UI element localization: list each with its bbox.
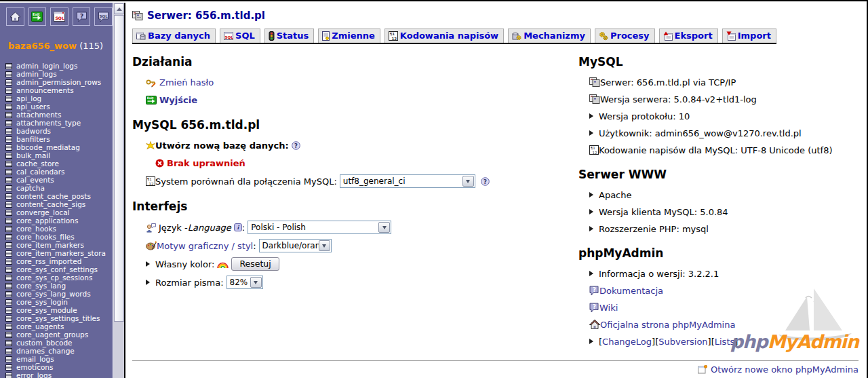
help-icon[interactable]: ? [481,177,490,186]
table-icon [5,316,12,322]
rainbow-icon[interactable] [217,260,229,268]
tab-bazy-danych[interactable]: Bazy danych [132,29,216,43]
sidebar-table-item[interactable]: core_item_markers_stora [5,249,113,257]
tab-sql[interactable]: SQL SQL [220,29,260,43]
sql-icon: SQL [224,31,233,41]
info-icon[interactable]: i [234,223,242,231]
sidebar-scrollbar[interactable] [113,3,124,378]
theme-select[interactable]: Darkblue/orange [259,239,332,252]
database-name[interactable]: baza656_wow (115) [8,41,113,51]
tab-import[interactable]: Import [722,29,776,43]
scrollbar-thumb[interactable] [114,15,124,322]
new-window-link[interactable]: Otwórz nowe okno phpMyAdmina [711,364,859,375]
sidebar-table-item[interactable]: core_sys_lang [5,282,113,290]
sidebar-table-item[interactable]: bulk_mail [5,151,113,159]
help-button[interactable]: ? [73,7,91,26]
logout-link[interactable]: Wyjście [159,95,197,105]
sidebar-table-item[interactable]: emoticons [5,363,113,371]
tab-kodowania-napisow[interactable]: ¶112 Kodowania napisów [384,29,504,43]
change-password-link[interactable]: Zmień hasło [159,77,214,88]
sidebar-table-item[interactable]: core_item_markers [5,241,113,249]
sidebar-table-item[interactable]: announcements [5,86,113,94]
homepage-link[interactable]: Oficjalna strona phpMyAdmina [600,320,735,330]
sidebar-table-item[interactable]: cal_calendars [5,168,113,176]
sidebar-table-item[interactable]: attachments [5,111,113,119]
tab-mechanizmy[interactable]: Mechanizmy [508,29,591,43]
sidebar-table-item[interactable]: admin_login_logs [5,62,113,70]
changelog-link[interactable]: ChangeLog [602,337,652,347]
sidebar-table-item[interactable]: core_uagents [5,322,113,330]
sidebar-table-item[interactable]: admin_permission_rows [5,78,113,86]
sidebar-toolbar: Exit SQL ? SQL [0,3,113,26]
sidebar-table-item[interactable]: badwords [5,127,113,135]
table-icon [5,193,12,200]
sidebar-table-item[interactable]: api_users [5,102,113,111]
table-icon [5,128,12,134]
sidebar-table-item[interactable]: cache_store [5,159,113,168]
sidebar-table-item[interactable]: converge_local [5,208,113,216]
sidebar-table-item[interactable]: error_logs [5,371,113,378]
sidebar-table-item[interactable]: api_log [5,94,113,102]
sidebar-table-item[interactable]: core_uagent_groups [5,330,113,339]
font-size-select[interactable]: 82% [226,276,263,289]
export-icon [663,31,673,41]
sql-query-button[interactable]: SQL [94,7,113,26]
sidebar-table-item[interactable]: email_logs [5,355,113,363]
table-icon [5,112,12,118]
chevron-down-icon [462,176,474,187]
tab-zmienne[interactable]: Zmienne [318,29,380,43]
documentation-link[interactable]: Dokumentacja [599,286,663,296]
sidebar-table-item[interactable]: admin_logs [5,70,113,78]
sql-window-icon: SQL [54,12,65,22]
section-title-interface: Interfejs [132,200,578,213]
table-icon [5,299,12,305]
home-button[interactable] [6,7,24,26]
sidebar-table-item[interactable]: core_hooks_files [5,233,113,241]
sidebar-table-item[interactable]: core_sys_login [5,298,113,306]
server-row: Serwer: 656.m.tld.pl via TCP/IP [589,76,859,88]
tab-status[interactable]: Status [264,29,315,43]
sidebar-table-item[interactable]: core_sys_lang_words [5,290,113,298]
logo-php: php [730,331,768,352]
sidebar-table-item[interactable]: custom_bbcode [5,339,113,347]
sidebar-table-item[interactable]: core_sys_conf_settings [5,265,113,273]
left-column: Działania Zmień hasło Exit Wyjście MySQL… [132,45,578,352]
sidebar-table-item[interactable]: bbcode_mediatag [5,143,113,151]
wiki-link[interactable]: Wiki [599,303,618,313]
chevron-down-icon [378,222,390,233]
logo-wordmark: phpMyAdmin [670,331,859,352]
sidebar-table-item[interactable]: core_rss_imported [5,257,113,265]
sidebar-table-item[interactable]: core_hooks [5,225,113,233]
sidebar-table-item[interactable]: content_cache_posts [5,192,113,200]
section-title-web-server: Serwer WWW [578,168,859,181]
table-icon [5,332,12,338]
sql-window-button[interactable]: SQL [50,7,68,26]
tab-eksport[interactable]: Eksport [659,29,718,43]
svg-text:SQL: SQL [55,16,64,20]
help-icon[interactable]: ? [292,141,300,150]
table-name: content_cache_posts [16,192,91,200]
doc-help-icon: ? [589,286,599,296]
sidebar-table-item[interactable]: core_applications [5,216,113,225]
collation-select[interactable]: utf8_general_ci [340,174,475,188]
theme-link[interactable]: Motyw graficzny / styl [157,241,253,251]
sidebar-table-item[interactable]: content_cache_sigs [5,200,113,208]
language-select[interactable]: Polski - Polish [248,221,391,234]
sidebar-table-item[interactable]: captcha [5,184,113,192]
table-name: api_log [16,94,41,102]
sidebar-table-item[interactable]: attachments_type [5,119,113,127]
import-icon [726,31,736,41]
table-name: core_sys_conf_settings [16,265,98,273]
section-title-actions: Działania [132,55,578,69]
bullet-icon [589,339,593,344]
sidebar-table-item[interactable]: cal_events [5,176,113,184]
tab-procesy[interactable]: Procesy [595,29,655,43]
sidebar-table-item[interactable]: dnames_change [5,347,113,355]
sidebar-table-item[interactable]: banfilters [5,135,113,143]
sidebar-table-item[interactable]: core_sys_module [5,306,113,314]
sidebar-table-item[interactable]: core_sys_settings_titles [5,314,113,322]
sidebar-table-item[interactable]: core_sys_cp_sessions [5,273,113,282]
log-out-button[interactable]: Exit [28,7,47,26]
scrollbar-up-arrow[interactable] [114,3,124,14]
reset-color-button[interactable]: Resetuj [231,257,279,271]
